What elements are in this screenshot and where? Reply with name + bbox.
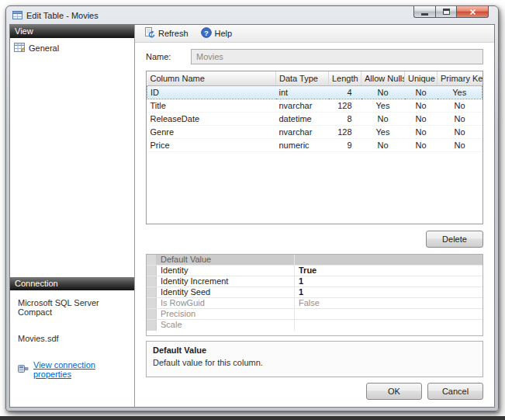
cancel-button[interactable]: Cancel — [427, 383, 483, 400]
database-file-name: Movies.sdf — [18, 334, 126, 343]
ok-button[interactable]: OK — [366, 383, 422, 400]
refresh-label: Refresh — [158, 29, 189, 38]
column-header-allow-nulls: Allow Nulls — [361, 71, 405, 85]
table-row-genre[interactable]: Genre nvarchar 128 Yes No No — [147, 125, 483, 138]
cell-primary-key: Yes — [438, 85, 483, 99]
refresh-button[interactable]: Refresh — [139, 25, 194, 42]
connection-icon — [18, 364, 29, 375]
cell-allow-nulls: No — [361, 112, 405, 125]
close-button[interactable] — [456, 6, 489, 18]
cell-length: 4 — [329, 85, 361, 99]
cell-length: 128 — [329, 99, 361, 112]
cell-unique: No — [405, 125, 438, 138]
table-name-input — [191, 49, 483, 64]
cell-type: nvarchar — [276, 125, 329, 138]
property-value — [295, 320, 483, 331]
cell-name: ReleaseDate — [147, 112, 276, 125]
screen-bottom-edge — [0, 416, 505, 420]
property-label: Identity Increment — [157, 276, 295, 286]
help-button[interactable]: ? Help — [195, 25, 238, 42]
cell-allow-nulls: Yes — [361, 125, 405, 138]
cell-primary-key: No — [438, 138, 483, 151]
column-header-unique: Unique — [405, 71, 438, 85]
table-row-id[interactable]: ID int 4 No No Yes — [147, 85, 483, 99]
column-header-data-type: Data Type — [276, 71, 329, 85]
property-row-identity[interactable]: Identity True — [147, 266, 483, 276]
minimize-icon — [421, 13, 428, 16]
columns-header-row: Column Name Data Type Length Allow Nulls… — [147, 71, 483, 85]
minimize-button[interactable] — [413, 6, 435, 18]
sidebar-item-general-label: General — [29, 43, 59, 53]
table-row-releasedate[interactable]: ReleaseDate datetime 8 No No No — [147, 112, 483, 125]
close-icon — [469, 9, 476, 16]
dialog-client-area: View General Connection Microsoft SQL Se… — [9, 24, 495, 408]
table-row-title[interactable]: Title nvarchar 128 Yes No No — [147, 99, 483, 112]
column-header-length: Length — [329, 71, 361, 85]
help-icon: ? — [201, 27, 212, 40]
cell-type: nvarchar — [276, 99, 329, 112]
cell-type: numeric — [276, 138, 329, 151]
view-connection-properties-link[interactable]: View connection properties — [33, 360, 126, 379]
property-row-gutter — [147, 298, 157, 308]
property-label: Identity — [157, 266, 295, 276]
cell-name: Genre — [147, 125, 276, 138]
cell-unique: No — [405, 85, 438, 99]
cell-unique: No — [405, 99, 438, 112]
cell-primary-key: No — [438, 99, 483, 112]
main-panel: Refresh ? Help Name: — [135, 25, 494, 407]
cell-allow-nulls: No — [361, 138, 405, 151]
property-value: True — [295, 266, 483, 276]
svg-text:?: ? — [204, 29, 209, 37]
maximize-icon — [443, 9, 450, 15]
property-value — [295, 255, 483, 265]
property-row-gutter — [147, 320, 157, 331]
property-row-identity-seed[interactable]: Identity Seed 1 — [147, 287, 483, 298]
property-label: Scale — [157, 320, 295, 331]
column-header-name: Column Name — [147, 71, 276, 85]
view-list: General — [10, 38, 134, 277]
toolbar: Refresh ? Help — [135, 25, 494, 43]
window-title: Edit Table - Movies — [26, 11, 99, 20]
screenshot-background: Edit Table - Movies View General — [0, 0, 505, 420]
property-grid: Default Value Identity True Identity Inc… — [146, 254, 483, 336]
cell-allow-nulls: Yes — [361, 99, 405, 112]
property-row-default-value[interactable]: Default Value — [147, 255, 483, 266]
cell-allow-nulls: No — [361, 85, 405, 99]
property-value — [295, 309, 483, 319]
property-row-gutter — [147, 255, 157, 265]
refresh-icon — [144, 27, 155, 40]
window-icon — [12, 11, 22, 19]
property-value: 1 — [295, 276, 483, 286]
name-label: Name: — [146, 52, 191, 61]
cell-unique: No — [405, 112, 438, 125]
main-content: Name: Column Name Data Type Length — [135, 43, 494, 407]
connection-section-header: Connection — [10, 277, 134, 290]
property-row-precision[interactable]: Precision — [147, 309, 483, 320]
property-row-scale[interactable]: Scale — [147, 320, 483, 331]
columns-table: Column Name Data Type Length Allow Nulls… — [147, 71, 483, 152]
property-description-title: Default Value — [153, 345, 476, 355]
sidebar-item-general[interactable]: General — [10, 40, 134, 56]
cell-name: Price — [147, 138, 276, 151]
property-row-gutter — [147, 309, 157, 319]
property-row-identity-increment[interactable]: Identity Increment 1 — [147, 276, 483, 287]
property-row-gutter — [147, 276, 157, 286]
cell-name: ID — [147, 85, 276, 99]
table-icon — [14, 43, 25, 54]
sidebar: View General Connection Microsoft SQL Se… — [10, 25, 135, 407]
maximize-button[interactable] — [435, 6, 456, 18]
property-row-is-rowguid[interactable]: Is RowGuid False — [147, 298, 483, 309]
cell-name: Title — [147, 99, 276, 112]
cell-length: 128 — [329, 125, 361, 138]
connection-link-row: View connection properties — [18, 360, 126, 379]
property-label: Default Value — [157, 255, 295, 265]
cell-unique: No — [405, 138, 438, 151]
delete-button[interactable]: Delete — [426, 231, 483, 248]
cell-primary-key: No — [438, 112, 483, 125]
column-header-primary-key: Primary Key — [438, 71, 483, 85]
connection-panel: Microsoft SQL Server Compact Movies.sdf … — [10, 290, 134, 407]
property-value: 1 — [295, 287, 483, 297]
view-section-header: View — [10, 25, 134, 38]
table-row-price[interactable]: Price numeric 9 No No No — [147, 138, 483, 151]
property-row-gutter — [147, 287, 157, 297]
